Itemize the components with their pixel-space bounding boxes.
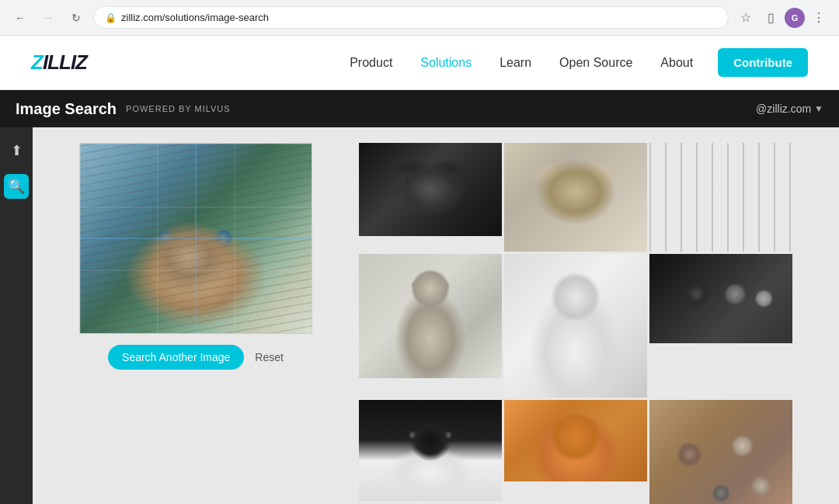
browser-actions: ☆ ▯ G ⋮ (735, 7, 830, 29)
nav-product[interactable]: Product (350, 56, 392, 70)
nav-learn[interactable]: Learn (500, 56, 531, 70)
bookmark-button[interactable]: ☆ (735, 7, 757, 29)
forward-button[interactable]: → (37, 7, 59, 29)
upload-button[interactable]: ⬆ (4, 138, 29, 163)
logo-text: ZILLIZ (31, 50, 87, 75)
results-area (359, 143, 823, 504)
search-another-button[interactable]: Search Another Image (108, 345, 244, 370)
user-dropdown-arrow: ▼ (814, 103, 823, 114)
back-button[interactable]: ← (9, 7, 31, 29)
results-row-3 (359, 400, 823, 504)
menu-button[interactable]: ⋮ (808, 7, 830, 29)
result-image-7[interactable] (359, 400, 502, 501)
lock-icon: 🔒 (105, 12, 117, 23)
refresh-button[interactable]: ↻ (65, 7, 87, 29)
url-text: zilliz.com/solutions/image-search (121, 12, 269, 23)
extensions-button[interactable]: ▯ (760, 7, 782, 29)
image-controls: Search Another Image Reset (108, 345, 284, 370)
app-title: Image Search (16, 100, 117, 118)
main-content: Search Another Image Reset (33, 127, 839, 504)
browser-toolbar: ← → ↻ 🔒 zilliz.com/solutions/image-searc… (0, 0, 839, 35)
result-image-2[interactable] (504, 143, 647, 252)
nav-open-source[interactable]: Open Source (559, 56, 632, 70)
result-image-3[interactable] (649, 143, 792, 252)
result-image-1[interactable] (359, 143, 502, 236)
result-image-5[interactable] (504, 254, 647, 398)
main-nav: Product Solutions Learn Open Source Abou… (350, 56, 693, 70)
profile-avatar[interactable]: G (785, 8, 805, 28)
address-bar[interactable]: 🔒 zilliz.com/solutions/image-search (93, 6, 729, 29)
user-badge[interactable]: @zilliz.com ▼ (756, 103, 823, 115)
crosshair-vertical (196, 144, 197, 333)
search-button[interactable]: 🔍 (4, 174, 29, 199)
search-icon: 🔍 (8, 178, 25, 195)
site-logo[interactable]: ZILLIZ (31, 50, 87, 75)
reset-button[interactable]: Reset (255, 351, 284, 363)
nav-solutions[interactable]: Solutions (420, 56, 472, 70)
powered-by-label: POWERED BY MILVUS (126, 104, 231, 113)
query-image (80, 144, 312, 333)
contribute-button[interactable]: Contribute (718, 48, 808, 77)
browser-chrome: ← → ↻ 🔒 zilliz.com/solutions/image-searc… (0, 0, 839, 36)
results-row-2 (359, 254, 823, 398)
user-email: @zilliz.com (756, 103, 811, 115)
site-navbar: ZILLIZ Product Solutions Learn Open Sour… (0, 36, 839, 90)
main-layout: ⬆ 🔍 (0, 127, 839, 504)
result-image-9[interactable] (649, 400, 792, 504)
query-image-container (79, 143, 312, 334)
sidebar: ⬆ 🔍 (0, 127, 33, 504)
result-image-8[interactable] (504, 400, 647, 481)
nav-about[interactable]: About (660, 56, 693, 70)
result-image-4[interactable] (359, 254, 502, 378)
results-row-1 (359, 143, 823, 252)
result-image-6[interactable] (649, 254, 792, 343)
left-panel: Search Another Image Reset (48, 143, 343, 504)
app-header: Image Search POWERED BY MILVUS @zilliz.c… (0, 90, 839, 127)
upload-icon: ⬆ (11, 142, 23, 159)
